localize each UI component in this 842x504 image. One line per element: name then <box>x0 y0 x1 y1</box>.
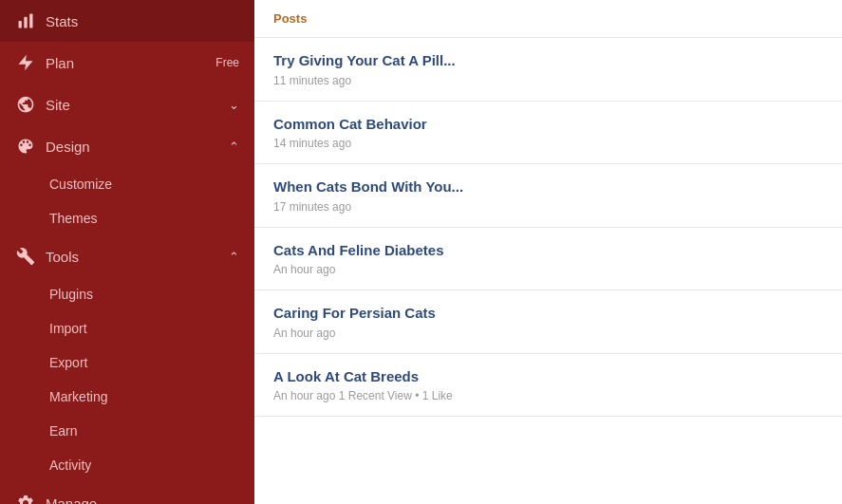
sidebar-subitem-activity[interactable]: Activity <box>0 448 254 482</box>
posts-section: Posts Try Giving Your Cat A Pill...11 mi… <box>254 0 842 417</box>
sidebar-subitem-themes[interactable]: Themes <box>0 201 254 235</box>
sidebar-item-site-label: Site <box>46 97 219 113</box>
svg-rect-2 <box>29 14 32 28</box>
design-chevron-up-icon: ⌃ <box>229 140 239 154</box>
post-item[interactable]: Try Giving Your Cat A Pill...11 minutes … <box>254 38 842 102</box>
sidebar-subitem-earn-label: Earn <box>49 423 78 439</box>
post-item[interactable]: Caring For Persian CatsAn hour ago <box>254 290 842 354</box>
sidebar: Stats Plan Free Site ⌄ Design ⌃ C <box>0 0 254 504</box>
sidebar-subitem-export-label: Export <box>49 355 87 370</box>
sidebar-subitem-customize-label: Customize <box>49 177 112 192</box>
sidebar-item-plan-label: Plan <box>46 55 206 71</box>
sidebar-item-site[interactable]: Site ⌄ <box>0 84 254 125</box>
sidebar-item-design-label: Design <box>46 139 219 155</box>
manage-chevron-down-icon: ⌄ <box>229 496 239 505</box>
sidebar-subitem-import[interactable]: Import <box>0 311 254 345</box>
site-chevron-down-icon: ⌄ <box>229 98 239 112</box>
post-time: An hour ago 1 Recent View • 1 Like <box>273 389 823 402</box>
tools-chevron-up-icon: ⌃ <box>229 250 239 264</box>
tools-icon <box>15 247 36 266</box>
sidebar-subitem-plugins-label: Plugins <box>49 287 93 302</box>
post-time: 17 minutes ago <box>273 200 823 214</box>
post-time: 11 minutes ago <box>273 74 823 87</box>
sidebar-subitem-earn[interactable]: Earn <box>0 414 254 448</box>
post-title: A Look At Cat Breeds <box>273 367 823 386</box>
post-list: Try Giving Your Cat A Pill...11 minutes … <box>254 38 842 417</box>
sidebar-item-tools-label: Tools <box>46 249 219 265</box>
post-title: Common Cat Behavior <box>273 115 823 134</box>
sidebar-subitem-marketing-label: Marketing <box>49 389 107 404</box>
svg-rect-0 <box>19 21 22 28</box>
plan-icon <box>15 53 36 72</box>
post-time: An hour ago <box>273 327 823 340</box>
sidebar-item-tools[interactable]: Tools ⌃ <box>0 235 254 277</box>
sidebar-item-manage-label: Manage <box>46 495 219 505</box>
design-icon <box>15 137 36 156</box>
sidebar-subitem-import-label: Import <box>49 321 87 336</box>
manage-icon <box>15 494 36 504</box>
post-title: Try Giving Your Cat A Pill... <box>273 51 823 70</box>
post-title: Caring For Persian Cats <box>273 304 823 323</box>
posts-header: Posts <box>254 0 842 38</box>
post-item[interactable]: When Cats Bond With You...17 minutes ago <box>254 164 842 228</box>
stats-icon <box>15 11 36 30</box>
post-item[interactable]: A Look At Cat BreedsAn hour ago 1 Recent… <box>254 354 842 418</box>
plan-badge: Free <box>215 56 239 69</box>
post-time: An hour ago <box>273 263 823 276</box>
sidebar-item-plan[interactable]: Plan Free <box>0 42 254 84</box>
sidebar-subitem-export[interactable]: Export <box>0 345 254 380</box>
main-content: Posts Try Giving Your Cat A Pill...11 mi… <box>254 0 842 504</box>
site-icon <box>15 95 36 114</box>
svg-rect-1 <box>24 17 27 28</box>
post-item[interactable]: Cats And Feline DiabetesAn hour ago <box>254 228 842 291</box>
sidebar-subitem-plugins[interactable]: Plugins <box>0 277 254 311</box>
sidebar-item-design[interactable]: Design ⌃ <box>0 125 254 167</box>
sidebar-item-stats[interactable]: Stats <box>0 0 254 42</box>
post-title: When Cats Bond With You... <box>273 177 823 196</box>
post-title: Cats And Feline Diabetes <box>273 241 823 260</box>
sidebar-subitem-activity-label: Activity <box>49 457 91 473</box>
sidebar-subitem-themes-label: Themes <box>49 211 98 226</box>
post-time: 14 minutes ago <box>273 137 823 150</box>
sidebar-item-stats-label: Stats <box>46 13 239 29</box>
sidebar-item-manage[interactable]: Manage ⌄ <box>0 482 254 504</box>
sidebar-subitem-customize[interactable]: Customize <box>0 167 254 201</box>
post-item[interactable]: Common Cat Behavior14 minutes ago <box>254 102 842 165</box>
sidebar-subitem-marketing[interactable]: Marketing <box>0 380 254 414</box>
